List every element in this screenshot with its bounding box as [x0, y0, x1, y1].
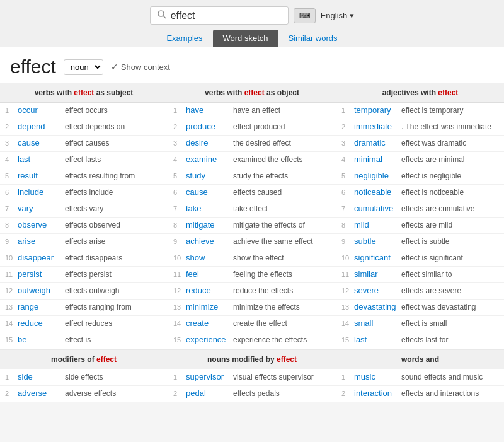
column-adjectives: adjectives with effect 1temporaryeffect …: [336, 83, 504, 349]
word-link[interactable]: result: [18, 171, 65, 180]
keyword-nouns-modified: effect: [277, 355, 297, 364]
word-link[interactable]: persist: [18, 269, 65, 279]
word-link[interactable]: create: [186, 318, 233, 328]
word-link[interactable]: last: [18, 154, 65, 164]
col-header-adjectives: adjectives with effect: [336, 83, 504, 103]
word-link[interactable]: feel: [186, 269, 233, 279]
table-row: 7varyeffects vary: [0, 201, 168, 218]
table-row: 7cumulativeeffects are cumulative: [336, 201, 504, 218]
word-link[interactable]: include: [18, 187, 65, 197]
word-link[interactable]: interaction: [354, 388, 401, 398]
table-row: 1temporaryeffect is temporary: [336, 103, 504, 119]
word-link[interactable]: vary: [18, 204, 65, 213]
table-row: 5studystudy the effects: [168, 168, 336, 185]
column-modifiers: modifiers of effect 1sideside effects 2a…: [0, 350, 168, 402]
word-link[interactable]: temporary: [354, 105, 401, 115]
table-row: 11similareffect similar to: [336, 267, 504, 283]
show-context-toggle[interactable]: ✓ Show context: [111, 62, 170, 72]
word-link[interactable]: similar: [354, 269, 401, 279]
table-row: 2interactioneffects and interactions: [336, 386, 504, 402]
word-link[interactable]: devastating: [354, 302, 401, 311]
word-link[interactable]: desire: [186, 138, 233, 148]
word-title: effect: [10, 56, 56, 78]
word-link[interactable]: occur: [18, 105, 65, 115]
table-row: 4lasteffect lasts: [0, 152, 168, 168]
table-row: 14reduceeffect reduces: [0, 316, 168, 332]
word-link[interactable]: show: [186, 253, 233, 262]
table-row: 9ariseeffects arise: [0, 234, 168, 250]
search-icon: [157, 9, 167, 21]
table-row: 15lasteffects last for: [336, 332, 504, 349]
word-title-area: effect noun verb ✓ Show context: [0, 47, 504, 83]
pos-selector[interactable]: noun verb: [64, 59, 103, 75]
table-row: 4examineexamined the effects: [168, 152, 336, 168]
table-row: 13devastatingeffect was devastating: [336, 300, 504, 316]
table-row: 14smalleffect is small: [336, 316, 504, 332]
word-link[interactable]: dramatic: [354, 138, 401, 148]
table-row: 1sideside effects: [0, 369, 168, 386]
word-link[interactable]: pedal: [186, 388, 233, 398]
word-link[interactable]: reduce: [18, 318, 65, 328]
word-link[interactable]: range: [18, 302, 65, 311]
word-link[interactable]: cause: [18, 138, 65, 148]
word-link[interactable]: have: [186, 105, 233, 115]
keyword-verbs-object: effect: [244, 88, 265, 97]
word-link[interactable]: music: [354, 372, 401, 381]
table-row: 8mildeffects are mild: [336, 218, 504, 234]
header: ⌨ English ▾ Examples Word sketch Similar…: [0, 0, 504, 47]
tab-similar-words[interactable]: Similar words: [278, 30, 348, 47]
word-link[interactable]: take: [186, 204, 233, 213]
word-link[interactable]: depend: [18, 122, 65, 131]
word-link[interactable]: achieve: [186, 236, 233, 246]
search-box: [150, 6, 289, 25]
word-link[interactable]: supervisor: [186, 372, 233, 381]
word-link[interactable]: examine: [186, 154, 233, 164]
word-link[interactable]: outweigh: [18, 286, 65, 295]
table-row: 11feelfeeling the effects: [168, 267, 336, 283]
word-link[interactable]: study: [186, 171, 233, 180]
word-link[interactable]: minimize: [186, 302, 233, 311]
word-link[interactable]: mitigate: [186, 220, 233, 230]
table-row: 14createcreate the effect: [168, 316, 336, 332]
word-link[interactable]: observe: [18, 220, 65, 230]
word-link[interactable]: significant: [354, 253, 401, 262]
word-link[interactable]: side: [18, 372, 65, 381]
word-link[interactable]: cause: [186, 187, 233, 197]
word-link[interactable]: arise: [18, 236, 65, 246]
table-row: 3desirethe desired effect: [168, 136, 336, 152]
word-link[interactable]: reduce: [186, 286, 233, 295]
word-link[interactable]: noticeable: [354, 187, 401, 197]
word-link[interactable]: immediate: [354, 122, 401, 131]
tab-examples[interactable]: Examples: [156, 30, 212, 47]
word-link[interactable]: cumulative: [354, 204, 401, 213]
table-row: 3causeeffect causes: [0, 136, 168, 152]
table-row: 10disappeareffect disappears: [0, 250, 168, 267]
column-nouns-modified: nouns modified by effect 1supervisorvisu…: [168, 350, 336, 402]
word-link[interactable]: adverse: [18, 388, 65, 398]
word-link[interactable]: minimal: [354, 154, 401, 164]
table-row: 6noticeableeffect is noticeable: [336, 185, 504, 201]
word-link[interactable]: experience: [186, 335, 233, 344]
word-link[interactable]: disappear: [18, 253, 65, 262]
language-selector[interactable]: English ▾: [321, 11, 355, 20]
table-row: 7taketake effect: [168, 201, 336, 218]
word-link[interactable]: mild: [354, 220, 401, 230]
table-row: 12severeeffects are severe: [336, 283, 504, 300]
tab-bar: Examples Word sketch Similar words: [156, 30, 347, 47]
word-link[interactable]: small: [354, 318, 401, 328]
word-link[interactable]: severe: [354, 286, 401, 295]
bottom-columns-row: modifiers of effect 1sideside effects 2a…: [0, 349, 504, 402]
col-header-verbs-subject: verbs with effect as subject: [0, 83, 168, 103]
word-link[interactable]: be: [18, 335, 65, 344]
table-row: 15beeffect is: [0, 332, 168, 349]
keyword-modifiers: effect: [96, 355, 117, 364]
search-input[interactable]: [171, 10, 272, 21]
keyboard-button[interactable]: ⌨: [294, 8, 316, 23]
word-link[interactable]: subtle: [354, 236, 401, 246]
word-link[interactable]: last: [354, 335, 401, 344]
column-verbs-object: verbs with effect as object 1havehave an…: [168, 83, 336, 349]
search-bar: ⌨ English ▾: [150, 6, 355, 25]
word-link[interactable]: produce: [186, 122, 233, 131]
tab-word-sketch[interactable]: Word sketch: [213, 30, 278, 47]
word-link[interactable]: negligible: [354, 171, 401, 180]
